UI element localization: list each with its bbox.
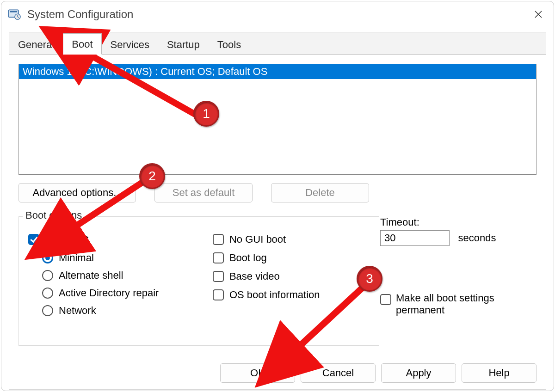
- radio-altshell-label: Alternate shell: [59, 270, 123, 282]
- radio-icon: [42, 305, 53, 316]
- boot-options-group: Boot options Safe boot Minimal: [18, 216, 379, 346]
- set-default-button: Set as default: [154, 183, 253, 202]
- tab-services[interactable]: Services: [102, 34, 158, 55]
- no-gui-label: No GUI boot: [229, 233, 286, 245]
- titlebar: System Configuration: [1, 1, 554, 27]
- checkbox-icon: [28, 234, 39, 245]
- dialog-buttons: OK Cancel Apply Help: [220, 363, 536, 383]
- timeout-input[interactable]: [380, 230, 450, 246]
- radio-network-label: Network: [59, 305, 96, 317]
- radio-icon: [42, 270, 53, 281]
- radio-alternate-shell[interactable]: Alternate shell: [42, 270, 213, 282]
- help-button[interactable]: Help: [462, 363, 536, 383]
- boot-log-label: Boot log: [229, 252, 267, 264]
- radio-adrepair-label: Active Directory repair: [59, 287, 159, 299]
- close-button[interactable]: [531, 7, 545, 21]
- apply-button[interactable]: Apply: [381, 363, 456, 383]
- radio-minimal-label: Minimal: [59, 252, 94, 264]
- os-info-label: OS boot information: [229, 289, 320, 301]
- checkbox-icon: [213, 289, 224, 300]
- radio-network[interactable]: Network: [42, 305, 213, 317]
- tab-boot[interactable]: Boot: [63, 33, 101, 55]
- window-title: System Configuration: [27, 8, 531, 21]
- svg-rect-1: [10, 11, 17, 12]
- tab-bar: General Boot Services Startup Tools: [9, 32, 546, 54]
- no-gui-boot-checkbox[interactable]: No GUI boot: [213, 233, 370, 245]
- delete-button: Delete: [271, 183, 369, 202]
- boot-panel: Windows 11 (C:\WINDOWS) : Current OS; De…: [9, 54, 546, 390]
- boot-action-row: Advanced options... Set as default Delet…: [18, 183, 536, 202]
- os-boot-info-checkbox[interactable]: OS boot information: [213, 289, 370, 301]
- checkbox-icon: [380, 294, 391, 305]
- checkbox-icon: [213, 252, 224, 263]
- boot-options-legend: Boot options: [23, 209, 85, 221]
- make-permanent-checkbox[interactable]: Make all boot settings permanent: [380, 292, 524, 316]
- base-video-checkbox[interactable]: Base video: [213, 270, 370, 282]
- tab-startup[interactable]: Startup: [158, 34, 209, 55]
- advanced-options-button[interactable]: Advanced options...: [18, 183, 136, 202]
- make-permanent-label: Make all boot settings permanent: [396, 292, 524, 316]
- timeout-unit: seconds: [458, 232, 496, 244]
- msconfig-icon: [8, 8, 21, 21]
- boot-settings-area: Boot options Safe boot Minimal: [18, 216, 536, 346]
- cancel-button[interactable]: Cancel: [301, 363, 376, 383]
- tab-tools[interactable]: Tools: [209, 34, 250, 55]
- timeout-section: Timeout: seconds Make all boot settings …: [380, 216, 524, 316]
- boot-log-checkbox[interactable]: Boot log: [213, 252, 370, 264]
- tab-general[interactable]: General: [9, 34, 63, 55]
- radio-minimal[interactable]: Minimal: [42, 252, 213, 264]
- system-configuration-window: System Configuration General Boot Servic…: [1, 1, 554, 391]
- timeout-label: Timeout:: [380, 216, 524, 228]
- checkbox-icon: [213, 234, 224, 245]
- os-list[interactable]: Windows 11 (C:\WINDOWS) : Current OS; De…: [18, 64, 536, 175]
- os-entry-selected[interactable]: Windows 11 (C:\WINDOWS) : Current OS; De…: [19, 64, 536, 79]
- ok-button[interactable]: OK: [220, 363, 295, 383]
- base-video-label: Base video: [229, 270, 280, 282]
- radio-ad-repair[interactable]: Active Directory repair: [42, 287, 213, 299]
- safe-boot-label: Safe boot: [45, 233, 88, 245]
- radio-icon: [42, 252, 53, 263]
- radio-icon: [42, 288, 53, 299]
- checkbox-icon: [213, 271, 224, 282]
- safe-boot-checkbox[interactable]: Safe boot: [28, 233, 213, 245]
